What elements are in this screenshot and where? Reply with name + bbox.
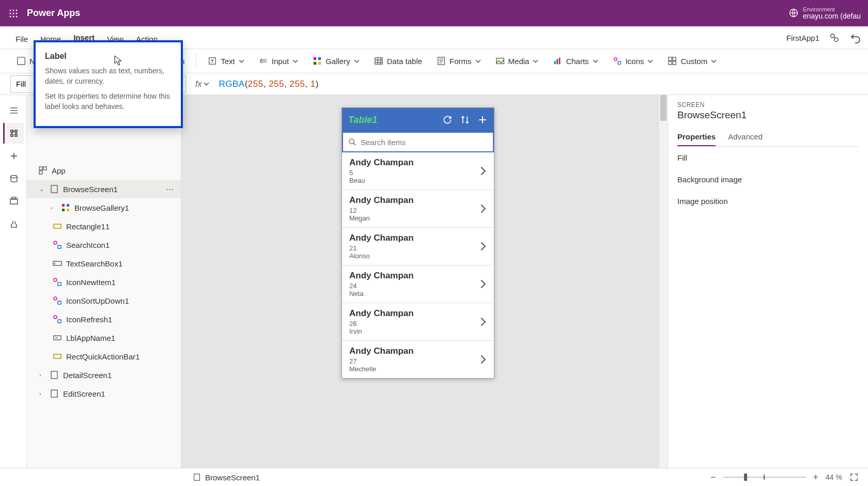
iconctrl-icon: [53, 315, 62, 324]
tree-detailscreen1[interactable]: › DetailScreen1: [27, 366, 181, 384]
svg-rect-34: [39, 167, 42, 170]
chevron-right-icon: [479, 166, 487, 176]
expand-icon[interactable]: ⌄: [39, 186, 45, 193]
charts-button[interactable]: Charts: [548, 53, 603, 69]
environment-picker[interactable]: Environment enayu.com (defau: [788, 6, 861, 20]
zoom-controls: − + 44 %: [710, 472, 859, 483]
rail-insert[interactable]: [3, 146, 24, 166]
tree-rectangle11[interactable]: Rectangle11: [27, 217, 181, 236]
tree-iconnewitem1[interactable]: IconNewItem1: [27, 273, 181, 291]
tree-rectquickactionbar1[interactable]: RectQuickActionBar1: [27, 347, 181, 366]
list-item[interactable]: Andy Champan 5 Beau: [342, 152, 494, 190]
icons-button[interactable]: Icons: [608, 53, 659, 69]
forms-button[interactable]: Forms: [431, 53, 486, 69]
tree-browsegallery1[interactable]: › BrowseGallery1: [27, 198, 181, 217]
app-name[interactable]: FirstApp1: [786, 34, 819, 42]
tree-item-label: DetailScreen1: [63, 371, 112, 380]
expand-icon[interactable]: ›: [39, 390, 45, 397]
tree-item-label: IconSortUpDown1: [66, 296, 129, 305]
status-breadcrumb[interactable]: BrowseScreen1: [193, 473, 260, 482]
rect-icon: [53, 222, 62, 231]
list-item[interactable]: Andy Champan 27 Mechelle: [342, 341, 494, 378]
menu-file[interactable]: File: [9, 29, 34, 49]
tree-iconsortupdown1[interactable]: IconSortUpDown1: [27, 291, 181, 310]
gallery-button[interactable]: Gallery: [307, 53, 365, 69]
tree-item-label: EditScreen1: [63, 389, 105, 398]
svg-point-46: [54, 278, 57, 281]
svg-point-48: [54, 297, 57, 300]
zoom-out-button[interactable]: −: [710, 472, 716, 483]
screen-icon: [193, 473, 201, 481]
tree-browsescreen1[interactable]: ⌄ BrowseScreen1 ⋯: [27, 180, 181, 198]
rail-media[interactable]: [3, 191, 24, 212]
properties-pane: SCREEN BrowseScreen1 Properties Advanced…: [668, 95, 868, 468]
canvas[interactable]: Table1 Andy Champan 5 Beau Andy Champan …: [181, 95, 668, 468]
zoom-slider[interactable]: [723, 477, 806, 478]
rail-tree-view[interactable]: [3, 123, 24, 144]
tree-searchicon1[interactable]: SearchIcon1: [27, 236, 181, 254]
media-icon: [495, 56, 505, 66]
chevron-right-icon: [479, 317, 487, 327]
tree-app-label: App: [52, 166, 66, 175]
data-table-button[interactable]: Data table: [369, 53, 427, 69]
refresh-icon[interactable]: [442, 115, 453, 125]
svg-rect-36: [39, 171, 42, 174]
rail-data[interactable]: [3, 168, 24, 189]
rail-advanced-tools[interactable]: [3, 214, 24, 234]
list-item-sub2: Irvin: [349, 327, 479, 335]
tree-lblappname1[interactable]: LblAppName1: [27, 328, 181, 347]
prop-image-position[interactable]: Image position: [677, 190, 859, 212]
list-item[interactable]: Andy Champan 21 Alonso: [342, 228, 494, 265]
tree-editscreen1[interactable]: › EditScreen1: [27, 384, 181, 403]
screen-icon: [50, 184, 59, 194]
fx-label[interactable]: fx: [186, 80, 219, 89]
svg-point-1: [13, 9, 14, 11]
app-title: Power Apps: [27, 8, 80, 19]
tree-item-label: RectQuickActionBar1: [66, 352, 140, 361]
app-checker-icon[interactable]: [829, 32, 840, 43]
sort-icon[interactable]: [460, 115, 470, 125]
svg-rect-18: [375, 58, 382, 65]
phone-preview[interactable]: Table1 Andy Champan 5 Beau Andy Champan …: [342, 107, 494, 379]
fit-to-window-icon[interactable]: [849, 473, 859, 482]
list-item[interactable]: Andy Champan 26 Irvin: [342, 303, 494, 341]
svg-rect-24: [559, 58, 561, 65]
prop-fill[interactable]: Fill: [677, 147, 859, 168]
media-label: Media: [508, 57, 530, 66]
svg-rect-35: [43, 167, 47, 170]
zoom-in-button[interactable]: +: [813, 472, 819, 483]
svg-rect-37: [51, 185, 57, 193]
tab-advanced[interactable]: Advanced: [728, 128, 763, 146]
list-item-sub2: Beau: [349, 177, 479, 184]
svg-rect-22: [554, 61, 556, 64]
undo-icon[interactable]: [849, 32, 862, 44]
tree-app[interactable]: App: [27, 161, 181, 180]
expand-icon[interactable]: ›: [51, 205, 57, 211]
search-box[interactable]: [343, 133, 493, 151]
formula-input[interactable]: RGBA(255, 255, 255, 1): [219, 79, 318, 89]
add-icon[interactable]: [477, 115, 488, 125]
media-button[interactable]: Media: [490, 53, 544, 69]
list-item[interactable]: Andy Champan 24 Neta: [342, 265, 494, 303]
list-item-sub1: 5: [349, 169, 479, 177]
svg-point-3: [10, 12, 11, 14]
input-button[interactable]: Input: [254, 53, 303, 69]
input-icon: [259, 56, 268, 66]
search-input[interactable]: [361, 138, 488, 147]
tree-iconrefresh1[interactable]: IconRefresh1: [27, 310, 181, 328]
rail-hamburger[interactable]: [3, 100, 24, 121]
svg-rect-33: [12, 197, 16, 199]
tab-properties[interactable]: Properties: [677, 128, 716, 146]
prop-background-image[interactable]: Background image: [677, 168, 859, 190]
more-icon[interactable]: ⋯: [166, 184, 175, 194]
waffle-icon[interactable]: [5, 5, 22, 22]
expand-icon[interactable]: ›: [39, 372, 45, 378]
tree-textsearchbox1[interactable]: TextSearchBox1: [27, 254, 181, 273]
list-item[interactable]: Andy Champan 12 Megan: [342, 190, 494, 228]
canvas-scrollbar[interactable]: [659, 95, 668, 468]
list-item-title: Andy Champan: [349, 233, 479, 243]
tree-item-label: LblAppName1: [66, 334, 115, 342]
text-button[interactable]: Text: [203, 53, 250, 69]
svg-rect-23: [557, 59, 559, 64]
custom-button[interactable]: Custom: [662, 53, 722, 69]
